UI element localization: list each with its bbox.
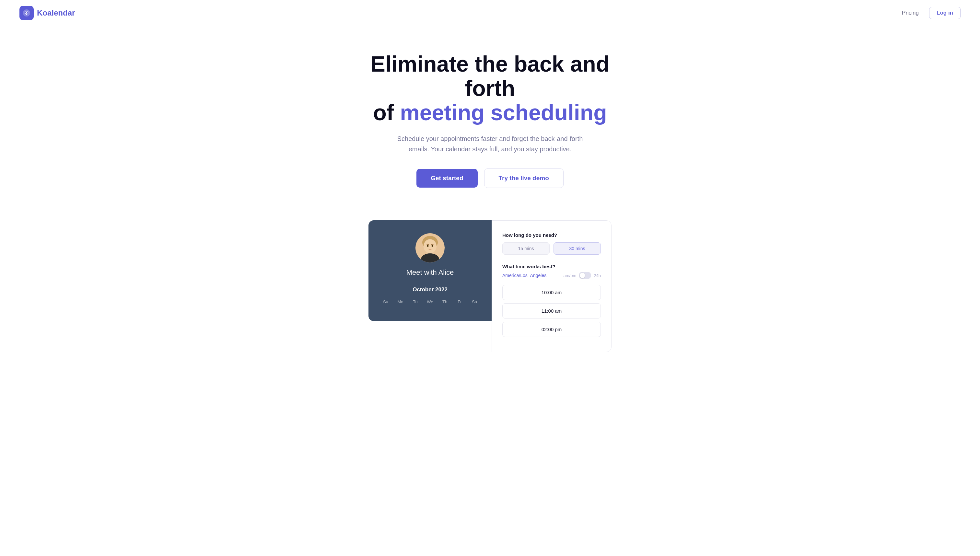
logo-icon <box>19 6 34 20</box>
24h-label: 24h <box>594 273 601 278</box>
pricing-link[interactable]: Pricing <box>902 10 919 16</box>
meet-title: Meet with Alice <box>378 268 482 277</box>
time-slot-1[interactable]: 10:00 am <box>502 285 601 300</box>
toggle-row: am/pm 24h <box>564 272 601 279</box>
time-slot-2[interactable]: 11:00 am <box>502 303 601 318</box>
duration-15-button[interactable]: 15 mins <box>502 242 550 255</box>
weekday-su: Su <box>378 298 393 305</box>
duration-buttons: 15 mins 30 mins <box>502 242 601 255</box>
svg-point-1 <box>25 12 26 13</box>
weekday-th: Th <box>438 298 453 305</box>
timezone-row: America/Los_Angeles am/pm 24h <box>502 272 601 279</box>
avatar <box>416 233 445 262</box>
get-started-button[interactable]: Get started <box>416 169 477 187</box>
calendar-grid: Su Mo Tu We Th Fr Sa <box>378 298 482 305</box>
navbar-nav: Pricing Log in <box>902 7 961 19</box>
weekday-fr: Fr <box>453 298 467 305</box>
svg-point-5 <box>424 239 437 254</box>
logo-text: Koalendar <box>37 8 75 18</box>
navbar: Koalendar Pricing Log in <box>0 0 980 26</box>
svg-point-9 <box>432 245 433 247</box>
time-label: What time works best? <box>502 264 601 269</box>
weekday-sa: Sa <box>467 298 482 305</box>
logo-link[interactable]: Koalendar <box>19 6 75 20</box>
hero-section: Eliminate the back and forth of meeting … <box>344 26 636 220</box>
try-demo-button[interactable]: Try the live demo <box>484 168 564 188</box>
weekday-we: We <box>423 298 438 305</box>
demo-section: Meet with Alice October 2022 Su Mo Tu We… <box>312 220 668 352</box>
avatar-container <box>378 233 482 262</box>
svg-point-8 <box>427 245 429 247</box>
calendar-card: Meet with Alice October 2022 Su Mo Tu We… <box>369 220 492 321</box>
duration-30-button[interactable]: 30 mins <box>553 242 601 255</box>
calendar-month: October 2022 <box>378 286 482 293</box>
hero-title: Eliminate the back and forth of meeting … <box>357 52 623 124</box>
weekday-tu: Tu <box>408 298 423 305</box>
booking-card: How long do you need? 15 mins 30 mins Wh… <box>492 220 611 352</box>
login-button[interactable]: Log in <box>929 7 961 19</box>
time-format-toggle[interactable] <box>579 272 591 279</box>
duration-label: How long do you need? <box>502 232 601 238</box>
hero-buttons: Get started Try the live demo <box>357 168 623 188</box>
svg-point-2 <box>27 12 28 13</box>
calendar-weekdays: Su Mo Tu We Th Fr Sa <box>378 298 482 305</box>
ampm-label: am/pm <box>564 273 577 278</box>
hero-subtitle: Schedule your appointments faster and fo… <box>386 134 594 154</box>
weekday-mo: Mo <box>393 298 408 305</box>
timezone-link[interactable]: America/Los_Angeles <box>502 273 547 278</box>
time-slot-3[interactable]: 02:00 pm <box>502 322 601 337</box>
